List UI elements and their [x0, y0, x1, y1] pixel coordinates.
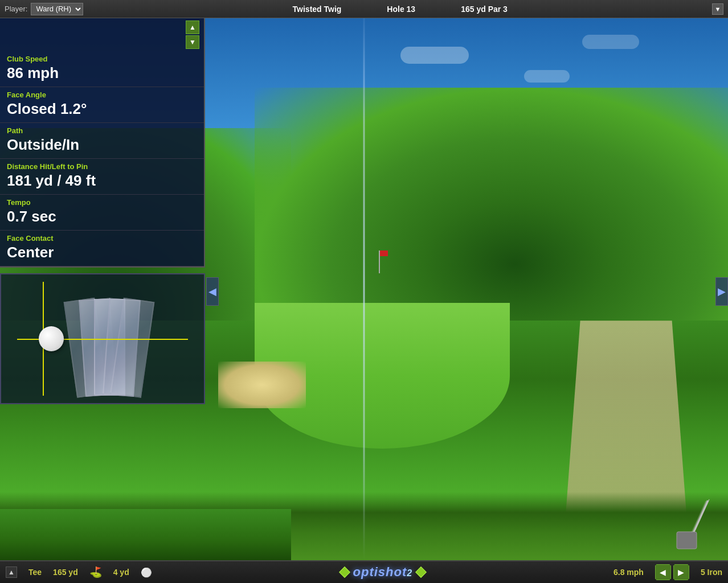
- tee-label: Tee: [28, 568, 42, 577]
- bottom-diamonds-left: [341, 568, 349, 576]
- club-speed-value: 86 mph: [7, 64, 197, 82]
- bottom-nav-arrows: ◀ ▶: [655, 564, 689, 580]
- course-name: Twisted Twig: [293, 5, 342, 14]
- distance-label: Distance Hit/Left to Pin: [7, 162, 197, 171]
- diamond-1: [339, 566, 350, 578]
- aim-line: [363, 0, 365, 560]
- svg-line-3: [693, 500, 707, 532]
- club-svg-icon: [671, 498, 717, 555]
- carry-label: 4 yd: [113, 568, 129, 577]
- club-label: 5 Iron: [701, 568, 722, 577]
- contact-panel: [0, 273, 205, 404]
- tempo-value: 0.7 sec: [7, 208, 197, 225]
- club-speed-row: Club Speed 86 mph: [0, 51, 204, 87]
- optishot-number: 2: [407, 568, 412, 578]
- face-contact-label: Face Contact: [7, 234, 197, 243]
- cloud-2: [524, 70, 570, 83]
- svg-line-4: [692, 501, 706, 532]
- flag: [379, 251, 380, 273]
- flag-banner: [380, 251, 388, 256]
- club-speed-label: Club Speed: [7, 55, 197, 63]
- face-angle-row: Face Angle Closed 1.2°: [0, 87, 204, 123]
- contact-visual: [17, 282, 188, 396]
- bottom-center: optishot2: [163, 565, 602, 580]
- face-contact-row: Face Contact Center: [0, 231, 204, 266]
- carry-icon: ⚪: [141, 567, 152, 578]
- nav-left-icon: ◀: [208, 285, 216, 298]
- bottom-diamonds-right: [417, 568, 425, 576]
- header-bar: Player: Ward (RH) Twisted Twig Hole 13 1…: [0, 0, 728, 18]
- bunker: [218, 362, 305, 408]
- distance-icon: ⛳: [89, 566, 102, 578]
- face-angle-label: Face Angle: [7, 91, 197, 99]
- distance-row: Distance Hit/Left to Pin 181 yd / 49 ft: [0, 159, 204, 195]
- club-irons: [77, 293, 145, 396]
- face-contact-value: Center: [7, 244, 197, 261]
- cloud-3: [582, 35, 639, 49]
- hole-info: Hole 13: [387, 5, 415, 14]
- nav-right-button[interactable]: ▶: [715, 277, 728, 306]
- path-row: Path Outside/In: [0, 123, 204, 159]
- svg-rect-0: [677, 532, 697, 549]
- bottom-bar: ▲ Tee 165 yd ⛳ 4 yd ⚪ optishot2 6.8 mph …: [0, 560, 728, 583]
- nav-left-button[interactable]: ◀: [206, 277, 219, 306]
- header-expand-button[interactable]: ▼: [712, 3, 723, 15]
- distance-label: 165 yd: [53, 568, 78, 577]
- path-value: Outside/In: [7, 136, 197, 154]
- header-left: Player: Ward (RH): [0, 3, 88, 15]
- header-right: ▼: [712, 3, 728, 15]
- grass-left: [0, 509, 291, 560]
- bottom-expand-button[interactable]: ▲: [6, 566, 17, 578]
- optishot-logo: optishot2: [353, 565, 413, 579]
- club-display: [671, 498, 717, 555]
- stats-panel: ▲ ▼ Club Speed 86 mph Face Angle Closed …: [0, 18, 205, 268]
- par-info: 165 yd Par 3: [461, 5, 508, 14]
- golf-ball: [39, 326, 64, 351]
- scroll-up-button[interactable]: ▲: [186, 20, 199, 34]
- distance-value: 181 yd / 49 ft: [7, 172, 197, 190]
- path-label: Path: [7, 126, 197, 135]
- tempo-label: Tempo: [7, 198, 197, 207]
- scroll-down-button[interactable]: ▼: [186, 35, 199, 49]
- diamond-2: [415, 566, 427, 578]
- wind-speed: 6.8 mph: [614, 568, 644, 577]
- cloud-1: [400, 47, 469, 64]
- nav-right-icon: ▶: [718, 285, 726, 298]
- face-angle-value: Closed 1.2°: [7, 100, 197, 118]
- bottom-nav-left-button[interactable]: ◀: [655, 564, 671, 580]
- header-center: Twisted Twig Hole 13 165 yd Par 3: [88, 5, 712, 14]
- bottom-nav-right-button[interactable]: ▶: [673, 564, 689, 580]
- player-label: Player:: [5, 5, 27, 13]
- svg-line-2: [695, 499, 709, 531]
- player-select[interactable]: Ward (RH): [31, 3, 83, 15]
- tempo-row: Tempo 0.7 sec: [0, 195, 204, 231]
- stats-header-row: ▲ ▼: [0, 18, 204, 51]
- svg-line-1: [694, 500, 708, 532]
